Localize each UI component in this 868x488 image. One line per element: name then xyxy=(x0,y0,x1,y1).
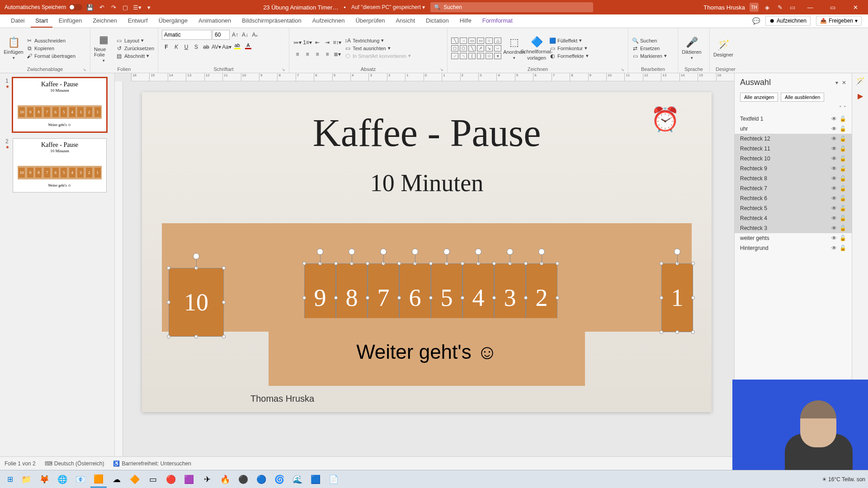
selection-item[interactable]: Rechteck 3👁🔓 xyxy=(735,223,852,233)
word-icon[interactable]: 🟦 xyxy=(307,471,324,488)
app-icon-6[interactable]: 📄 xyxy=(326,471,342,488)
app-icon-2[interactable]: ▭ xyxy=(145,471,161,488)
selection-item[interactable]: Rechteck 4👁🔓 xyxy=(735,213,852,223)
selection-item[interactable]: Rechteck 8👁🔓 xyxy=(735,174,852,183)
visibility-icon[interactable]: 👁 xyxy=(831,155,837,162)
slide-subtitle-text[interactable]: 10 Minuten xyxy=(142,169,712,197)
align-text-button[interactable]: ▭Text ausrichten ▾ xyxy=(344,45,411,52)
clear-format-icon[interactable]: Aₓ xyxy=(250,30,259,39)
font-size-combo[interactable]: 60 xyxy=(212,30,230,40)
app-icon-3[interactable]: 🔴 xyxy=(163,471,179,488)
visibility-icon[interactable]: 👁 xyxy=(831,215,837,221)
increase-font-icon[interactable]: A↑ xyxy=(231,30,240,39)
selection-item[interactable]: Textfeld 1👁🔓 xyxy=(735,114,852,124)
align-center-button[interactable]: ≡ xyxy=(303,50,312,59)
start-button[interactable]: ⊞ xyxy=(3,472,17,487)
slide-edit-area[interactable]: 1615141312111098765432101234567891011121… xyxy=(115,73,734,474)
visibility-icon[interactable]: 👁 xyxy=(831,185,837,192)
shape-outline-button[interactable]: ▭Formkontur ▾ xyxy=(549,45,589,52)
tab-formformat[interactable]: Formformat xyxy=(478,15,517,28)
tab-zeichnen[interactable]: Zeichnen xyxy=(88,15,121,28)
vlc-icon[interactable]: 🔶 xyxy=(127,471,143,488)
search-input[interactable]: 🔍 Suchen xyxy=(430,2,593,12)
close-button[interactable]: ✕ xyxy=(846,0,864,14)
alarm-clock-icon[interactable]: ⏰ xyxy=(651,106,680,133)
edge-icon[interactable]: 🌊 xyxy=(289,471,306,488)
visibility-icon[interactable]: 👁 xyxy=(831,225,837,231)
lock-icon[interactable]: 🔓 xyxy=(840,185,846,192)
move-up-icon[interactable]: ˄ xyxy=(839,105,842,111)
app-icon-4[interactable]: 🔥 xyxy=(217,471,233,488)
shape-fill-button[interactable]: 🟦Fülleffekt ▾ xyxy=(549,38,589,44)
dictate-button[interactable]: 🎤Diktieren▾ xyxy=(682,37,702,60)
tab-entwurf[interactable]: Entwurf xyxy=(123,15,152,28)
bullets-button[interactable]: ≔▾ xyxy=(293,38,302,47)
tab-aufzeichnen[interactable]: Aufzeichnen xyxy=(308,15,349,28)
show-all-button[interactable]: Alle anzeigen xyxy=(740,93,778,102)
selection-item[interactable]: Rechteck 11👁🔓 xyxy=(735,144,852,154)
shape-effects-button[interactable]: ◐Formeffekte ▾ xyxy=(549,53,589,59)
format-painter-button[interactable]: 🖌Format übertragen xyxy=(26,53,75,59)
selection-item[interactable]: Rechteck 9👁🔓 xyxy=(735,164,852,174)
char-spacing-button[interactable]: AV▾ xyxy=(212,42,221,52)
section-button[interactable]: ▤Abschnitt ▾ xyxy=(116,53,154,59)
timer-number-box-1[interactable]: 1⟳ xyxy=(662,264,693,332)
redo-icon[interactable]: ↷ xyxy=(109,3,118,11)
strike-button[interactable]: ab xyxy=(202,42,211,52)
align-right-button[interactable]: ≡ xyxy=(313,50,322,59)
coming-soon-icon[interactable]: ✎ xyxy=(776,3,784,11)
continue-text-box[interactable]: Weiter geht's ☺ xyxy=(269,318,585,386)
lock-icon[interactable]: 🔓 xyxy=(840,245,846,251)
slide-canvas[interactable]: Kaffee - Pause 10 Minuten ⏰ 10⟳9⟳8⟳7⟳6⟳5… xyxy=(142,92,712,412)
replace-button[interactable]: ⇄Ersetzen xyxy=(632,45,667,52)
align-left-button[interactable]: ≡ xyxy=(293,50,302,59)
lock-icon[interactable]: 🔓 xyxy=(840,155,846,162)
visibility-icon[interactable]: 👁 xyxy=(831,195,837,202)
tab-datei[interactable]: Datei xyxy=(6,15,29,28)
onenote-icon[interactable]: 🟪 xyxy=(181,471,197,488)
shadow-button[interactable]: S xyxy=(192,42,201,52)
undo-icon[interactable]: ↶ xyxy=(98,3,106,11)
chrome-icon[interactable]: 🌐 xyxy=(54,471,71,488)
paste-button[interactable]: 📋Einfügen▾ xyxy=(4,37,24,60)
accessibility-status[interactable]: ♿ Barrierefreiheit: Untersuchen xyxy=(113,460,191,467)
selection-item[interactable]: Hintergrund👁🔓 xyxy=(735,243,852,253)
new-slide-button[interactable]: ▦Neue Folie▾ xyxy=(94,34,113,63)
ribbon-display-icon[interactable]: ▭ xyxy=(788,3,797,11)
bold-button[interactable]: F xyxy=(162,42,171,52)
lock-icon[interactable]: 🔓 xyxy=(840,225,846,231)
clipboard-launcher-icon[interactable]: ↘ xyxy=(83,67,86,72)
selection-item[interactable]: Rechteck 7👁🔓 xyxy=(735,183,852,193)
lock-icon[interactable]: 🔓 xyxy=(840,235,846,241)
touch-mode-icon[interactable]: ☰▾ xyxy=(133,3,141,11)
file-explorer-icon[interactable]: 📁 xyxy=(18,471,34,488)
justify-button[interactable]: ≡ xyxy=(323,50,332,59)
quick-styles-button[interactable]: 🔷Schnellformat-vorlagen xyxy=(527,36,547,61)
save-icon[interactable]: 💾 xyxy=(86,3,94,11)
visibility-icon[interactable]: 👁 xyxy=(831,245,837,251)
move-down-icon[interactable]: ˅ xyxy=(844,105,846,111)
user-avatar[interactable]: TH xyxy=(750,3,759,12)
selection-item[interactable]: Rechteck 6👁🔓 xyxy=(735,193,852,203)
tab-animationen[interactable]: Animationen xyxy=(194,15,236,28)
reset-button[interactable]: ↺Zurücksetzen xyxy=(116,45,154,52)
selection-item[interactable]: Rechteck 12👁🔓 xyxy=(735,134,852,144)
designer-button[interactable]: 🪄Designer xyxy=(713,39,733,57)
italic-button[interactable]: K xyxy=(172,42,181,52)
font-color-button[interactable]: A xyxy=(243,42,253,52)
qat-customize-icon[interactable]: ▾ xyxy=(145,3,153,11)
tab-start[interactable]: Start xyxy=(31,15,52,28)
close-pane-icon[interactable]: ✕ xyxy=(842,80,846,86)
font-launcher-icon[interactable]: ↘ xyxy=(282,67,285,72)
comments-button[interactable]: 💬 xyxy=(752,17,760,24)
maximize-button[interactable]: ▭ xyxy=(824,0,842,14)
visibility-icon[interactable]: 👁 xyxy=(831,165,837,172)
thumbnail-1[interactable]: Kaffee - Pause 10 Minuten 10987654321 We… xyxy=(13,78,107,132)
increase-indent-button[interactable]: ⇥ xyxy=(323,38,332,47)
shape-gallery[interactable]: ╲→▭▭○△ ⬡⬡╲↗↘↔ ⟋⟍{}☆▾ xyxy=(451,38,501,59)
layout-button[interactable]: ▭Layout ▾ xyxy=(116,38,154,44)
language-status[interactable]: ⌨ Deutsch (Österreich) xyxy=(45,460,104,467)
thumbnail-2[interactable]: Kaffee - Pause 10 Minuten 10987654321 We… xyxy=(13,138,107,192)
visibility-icon[interactable]: 👁 xyxy=(831,126,837,132)
visibility-icon[interactable]: 👁 xyxy=(831,116,837,122)
